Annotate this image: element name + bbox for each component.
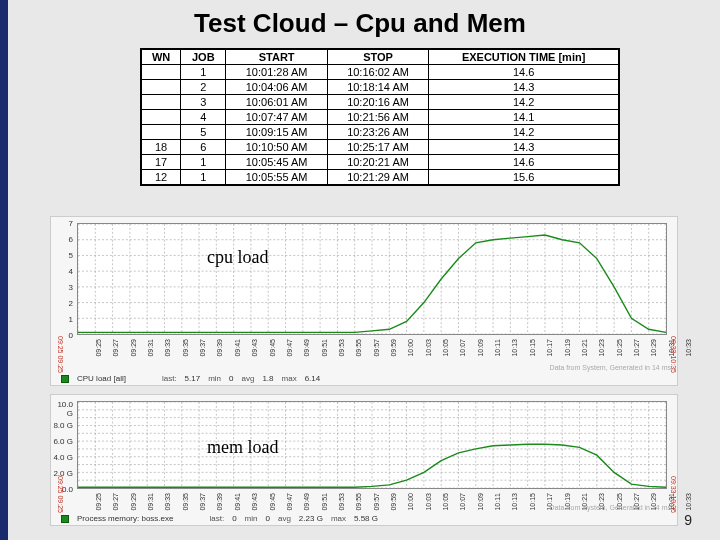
jobs-table: WNJOBSTARTSTOPEXECUTION TIME [min] 110:0… (140, 48, 620, 186)
col-start: START (226, 50, 327, 65)
cpu-left-stamp: 09:25 09:25 (57, 336, 64, 373)
mem-credit: Data from System, Generated in 14 ms (550, 504, 671, 511)
cpu-legend-swatch (61, 375, 69, 383)
cpu-label: cpu load (207, 247, 268, 268)
mem-left-stamp: 09:25 09:25 (57, 476, 64, 513)
col-execution-time-min-: EXECUTION TIME [min] (429, 50, 619, 65)
mem-legend-swatch (61, 515, 69, 523)
mem-chart: 0.02.0 G4.0 G6.0 G8.0 G10.0 G 09:2509:27… (50, 394, 678, 526)
cpu-right-stamp: 09:33 10:35 (670, 336, 677, 373)
page-title: Test Cloud – Cpu and Mem (0, 0, 720, 43)
table-row: 210:04:06 AM10:18:14 AM14.3 (142, 80, 619, 95)
cpu-credit: Data from System, Generated in 14 ms (550, 364, 671, 371)
cpu-chart: 01234567 09:2509:2709:2909:3109:3309:350… (50, 216, 678, 386)
table-row: 510:09:15 AM10:23:26 AM14.2 (142, 125, 619, 140)
table-row: 17110:05:45 AM10:20:21 AM14.6 (142, 155, 619, 170)
table-row: 18610:10:50 AM10:25:17 AM14.3 (142, 140, 619, 155)
col-stop: STOP (327, 50, 428, 65)
page-number: 9 (684, 512, 692, 528)
col-job: JOB (181, 50, 226, 65)
mem-right-stamp: 09:33 10:35 (670, 476, 677, 513)
col-wn: WN (142, 50, 181, 65)
table-row: 12110:05:55 AM10:21:29 AM15.6 (142, 170, 619, 185)
mem-label: mem load (207, 437, 278, 458)
table-row: 410:07:47 AM10:21:56 AM14.1 (142, 110, 619, 125)
mem-series-name: Process memory: boss.exe (77, 514, 173, 523)
table-row: 310:06:01 AM10:20:16 AM14.2 (142, 95, 619, 110)
table-row: 110:01:28 AM10:16:02 AM14.6 (142, 65, 619, 80)
cpu-series-name: CPU load [all] (77, 374, 126, 383)
